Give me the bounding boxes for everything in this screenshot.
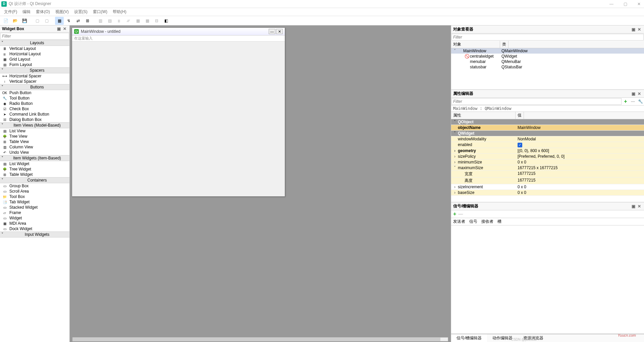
widget-category[interactable]: ˅Item Views (Model-Based) [0, 122, 69, 128]
widget-item[interactable]: ☑Check Box [0, 106, 69, 112]
dock-button[interactable]: ▣ [631, 91, 636, 96]
widget-category[interactable]: ˅Item Widgets (Item-Based) [0, 155, 69, 161]
dock-button[interactable]: ▣ [631, 204, 636, 209]
widget-item[interactable]: ▦MDI Area [0, 221, 69, 226]
widget-item[interactable]: ▥Column View [0, 144, 69, 150]
column-header-object[interactable]: 对象 [451, 41, 500, 48]
widget-item[interactable]: ☒Dialog Button Box [0, 117, 69, 122]
widget-item[interactable]: ⊞Table Widget [0, 172, 69, 177]
widget-item[interactable]: ➤Command Link Button [0, 112, 69, 117]
signal-column-header[interactable]: 发送者 [453, 219, 465, 224]
menu-item[interactable]: 视图(V) [53, 8, 71, 15]
minimize-button[interactable]: — [607, 2, 615, 6]
object-tree[interactable]: ˅MainWindowQMainWindow🚫centralwidgetQWid… [451, 48, 644, 89]
property-row[interactable]: 宽度16777215 [451, 171, 644, 178]
signal-column-header[interactable]: 接收者 [481, 219, 493, 224]
edit-taborder-button[interactable]: ⊞ [83, 17, 92, 25]
column-header-property[interactable]: 属性 [451, 112, 516, 119]
widget-category[interactable]: ˅Spacers [0, 67, 69, 73]
property-row[interactable]: 高度16777215 [451, 178, 644, 184]
menu-item[interactable]: 编辑 [20, 8, 33, 15]
save-button[interactable] [20, 17, 29, 25]
column-header-class[interactable]: 类 [500, 41, 508, 48]
remove-signal-button[interactable]: — [458, 211, 463, 217]
maximize-button[interactable]: ▢ [622, 2, 629, 6]
widget-item[interactable]: ▤List View [0, 128, 69, 134]
layout-horizontal-button[interactable]: ▥ [96, 17, 105, 25]
widget-item[interactable]: ⊞Table View [0, 139, 69, 144]
widget-item[interactable]: ▭Stacked Widget [0, 205, 69, 210]
remove-property-button[interactable]: — [629, 99, 637, 104]
widget-item[interactable]: ▱Frame [0, 210, 69, 215]
widget-box-tree[interactable]: ˅Layouts≣Vertical Layout⫼Horizontal Layo… [0, 40, 69, 342]
close-panel-button[interactable]: ✕ [637, 27, 642, 32]
open-button[interactable] [11, 17, 19, 25]
form-minimize-button[interactable]: — [269, 29, 275, 34]
bottom-tab[interactable]: 资源浏览器 [518, 334, 549, 342]
signal-list[interactable] [451, 225, 644, 334]
property-row[interactable]: ›baseSize0 x 0 [451, 190, 644, 196]
break-layout-button[interactable]: ⊟ [152, 17, 161, 25]
bottom-tab[interactable]: 信号/槽编辑器 [451, 334, 487, 342]
signal-column-header[interactable]: 槽 [497, 219, 501, 224]
add-signal-button[interactable]: + [453, 211, 456, 217]
menu-item[interactable]: 设置(S) [71, 8, 90, 15]
widget-item[interactable]: ≣Vertical Layout [0, 46, 69, 51]
close-panel-button[interactable]: ✕ [637, 91, 642, 96]
layout-vsplitter-button[interactable]: ⫻ [124, 17, 133, 25]
property-row[interactable]: ›sizeIncrement0 x 0 [451, 184, 644, 190]
widget-item[interactable]: ↕Vertical Spacer [0, 79, 69, 84]
widget-item[interactable]: ▦Grid Layout [0, 57, 69, 62]
widget-item[interactable]: ↶Undo View [0, 150, 69, 155]
form-close-button[interactable]: ✕ [276, 29, 283, 34]
layout-form-button[interactable]: ▦ [143, 17, 152, 25]
layout-hsplitter-button[interactable]: ⫼ [115, 17, 123, 25]
widget-category[interactable]: ˅Input Widgets [0, 231, 69, 237]
widget-item[interactable]: 🌳Tree Widget [0, 166, 69, 172]
widget-item[interactable]: 📁Tool Box [0, 194, 69, 199]
edit-signals-button[interactable]: ↯ [64, 17, 73, 25]
widget-item[interactable]: 🌳Tree View [0, 134, 69, 139]
property-table[interactable]: ˅QObjectobjectNameMainWindow˅QWidgetwind… [451, 119, 644, 202]
property-row[interactable]: ˅QObject [451, 119, 644, 125]
adjust-size-button[interactable]: ◧ [162, 17, 170, 25]
property-row[interactable]: windowModalityNonModal [451, 136, 644, 142]
add-property-button[interactable]: + [622, 98, 629, 105]
horizontal-scrollbar[interactable] [72, 337, 448, 341]
menu-item[interactable]: 窗口(W) [90, 8, 110, 15]
close-button[interactable]: ✕ [635, 2, 643, 6]
form-window[interactable]: Qt MainWindow - untitled — ✕ 在这里输入 [72, 27, 285, 197]
checkbox-icon[interactable]: ✓ [518, 143, 522, 147]
edit-widgets-button[interactable]: ▦ [55, 17, 64, 25]
widget-category[interactable]: ˅Containers [0, 177, 69, 183]
widget-box-filter[interactable] [0, 33, 69, 40]
close-panel-button[interactable]: ✕ [637, 204, 642, 209]
property-row[interactable]: ˅QWidget [451, 131, 644, 136]
form-body[interactable] [72, 42, 285, 196]
config-button[interactable]: 🔧 [637, 99, 644, 104]
close-panel-button[interactable]: ✕ [62, 26, 67, 31]
form-menubar-hint[interactable]: 在这里输入 [72, 36, 285, 42]
object-row[interactable]: 🚫centralwidgetQWidget [451, 54, 644, 59]
toolbar-button[interactable] [33, 17, 42, 25]
widget-item[interactable]: ▭Group Box [0, 183, 69, 189]
menu-item[interactable]: 窗体(O) [33, 8, 52, 15]
property-row[interactable]: ˅maximumSize16777215 x 16777215 [451, 165, 644, 171]
property-row[interactable]: enabled✓ [451, 142, 644, 148]
edit-buddies-button[interactable]: ⇄ [74, 17, 83, 25]
menu-item[interactable]: 帮助(H) [110, 8, 129, 15]
widget-item[interactable]: ⫼Horizontal Layout [0, 51, 69, 57]
property-filter[interactable] [451, 98, 622, 105]
object-row[interactable]: ˅MainWindowQMainWindow [451, 48, 644, 54]
object-row[interactable]: statusbarQStatusBar [451, 64, 644, 70]
toolbar-button[interactable] [42, 17, 51, 25]
menu-item[interactable]: 文件(F) [1, 8, 20, 15]
property-row[interactable]: ›sizePolicy[Preferred, Preferred, 0, 0] [451, 154, 644, 159]
widget-item[interactable]: ▭Dock Widget [0, 226, 69, 231]
widget-item[interactable]: 🔧Tool Button [0, 95, 69, 101]
widget-item[interactable]: 📑Tab Widget [0, 199, 69, 205]
dock-button[interactable]: ▣ [56, 26, 61, 31]
layout-vertical-button[interactable]: ▤ [105, 17, 114, 25]
object-row[interactable]: menubarQMenuBar [451, 59, 644, 64]
new-button[interactable] [1, 17, 10, 25]
